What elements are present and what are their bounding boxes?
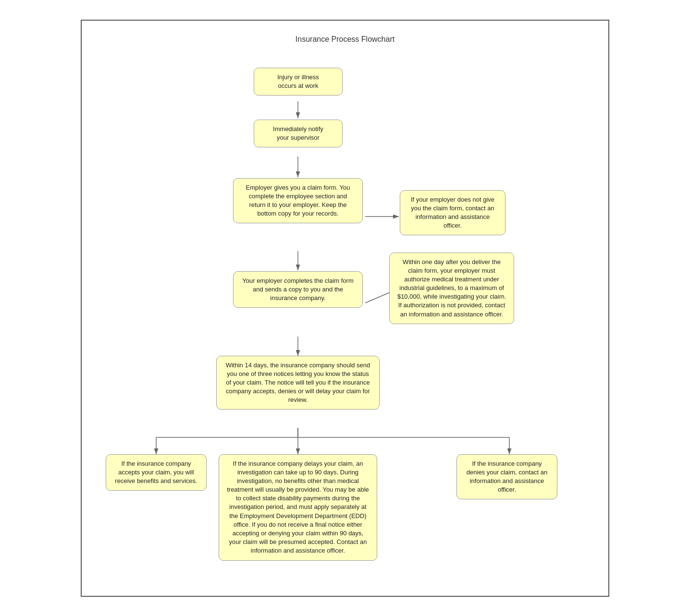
node-step6a: If the insurance company accepts your cl… bbox=[106, 454, 207, 491]
node-step2: Immediately notify your supervisor bbox=[254, 120, 343, 147]
flowchart: Injury or illness occurs at work Immedia… bbox=[91, 53, 599, 581]
chart-title: Insurance Process Flowchart bbox=[91, 35, 599, 44]
node-step4: Your employer completes the claim form a… bbox=[233, 271, 363, 308]
node-step3: Employer gives you a claim form. You com… bbox=[233, 178, 363, 224]
node-step3-note: If your employer does not give you the c… bbox=[400, 190, 505, 236]
node-step4-note: Within one day after you deliver the cla… bbox=[389, 253, 514, 324]
node-step1: Injury or illness occurs at work bbox=[254, 68, 343, 96]
node-step6c: If the insurance company denies your cla… bbox=[456, 454, 557, 500]
page-container: Insurance Process Flowchart bbox=[81, 20, 609, 597]
node-step5: Within 14 days, the insurance company sh… bbox=[216, 356, 380, 410]
node-step6b: If the insurance company delays your cla… bbox=[219, 454, 377, 561]
